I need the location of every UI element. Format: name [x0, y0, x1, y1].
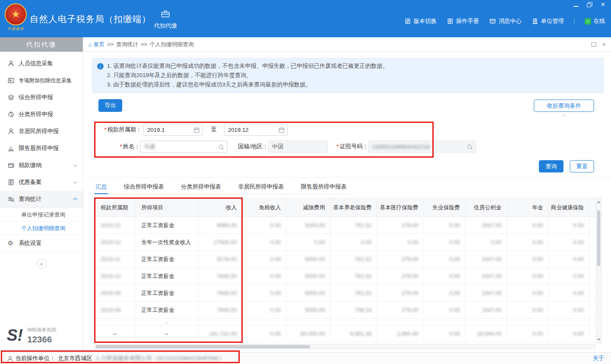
sidebar-item-label: 人员信息采集: [19, 60, 53, 67]
horizontal-scrollbar[interactable]: [94, 344, 596, 349]
sidebar-item-query-statistics[interactable]: 查询统计: [0, 191, 83, 208]
table-total-row[interactable]: ----161,741.000.0060,000.008,991.362,960…: [95, 325, 596, 342]
scroll-up-icon[interactable]: [596, 199, 601, 205]
table-cell: 2019-08: [95, 302, 135, 319]
tab-nonresident-income-return[interactable]: 非居民所得申报表: [237, 181, 285, 194]
sidebar-item-label: 限售股所得申报: [19, 144, 59, 152]
breadcrumb-home-link[interactable]: 首页: [88, 41, 104, 48]
name-input[interactable]: 马捷: [140, 141, 227, 153]
collapse-query-button[interactable]: 收折查询条件: [534, 100, 594, 112]
vertical-scrollbar[interactable]: [596, 198, 602, 343]
table-row[interactable]: 2019-11正常工资薪金9178.000.005000.00761.52279…: [95, 251, 596, 268]
table-cell: 2019-12: [95, 234, 135, 251]
table-cell: 279.00: [377, 285, 424, 302]
hotline-logo-icon: [7, 326, 23, 345]
table-cell: 1547.00: [465, 302, 507, 319]
period-from-input[interactable]: 2019.1: [143, 124, 203, 136]
nav-operation-manual[interactable]: 操作手册: [447, 17, 479, 25]
table-cell: 0.00: [589, 325, 596, 342]
name-value: 马捷: [144, 143, 155, 150]
search-icon[interactable]: [467, 144, 473, 150]
close-icon[interactable]: [600, 2, 606, 8]
panel-restore-icon[interactable]: [591, 42, 596, 47]
sidebar-item-tax-payment[interactable]: 税款缴纳: [0, 157, 83, 174]
info-icon: [97, 63, 104, 69]
table-cell: 0.00: [242, 285, 286, 302]
panel-close-icon[interactable]: [602, 41, 606, 48]
table-cell: 1547.00: [465, 285, 507, 302]
calendar-icon[interactable]: [193, 127, 200, 133]
table-cell: 0.00: [242, 234, 286, 251]
scroll-down-icon[interactable]: [596, 336, 601, 342]
period-to-input[interactable]: 2019.12: [224, 124, 288, 136]
breadcrumb-home-label: 首页: [93, 41, 104, 48]
sidebar-item-label: 非居民所得申报: [19, 128, 59, 135]
sidebar-item-system-settings[interactable]: 系统设置: [0, 235, 83, 252]
table-row[interactable]: 2019-09正常工资薪金7645.000.005000.00761.52279…: [95, 285, 596, 302]
layers-icon: [8, 94, 14, 101]
tab-summary[interactable]: 汇总: [94, 181, 108, 194]
sidebar-item-label: 分类所得申报: [19, 111, 53, 118]
column-header: 商业健康保险: [549, 198, 589, 217]
panel-controls: [591, 41, 606, 48]
table-cell: 5000.00: [286, 268, 331, 285]
table-cell: [424, 319, 465, 325]
minimize-icon[interactable]: [573, 2, 579, 8]
star-icon: [11, 9, 20, 20]
nationality-input[interactable]: 中国: [268, 141, 328, 153]
table-row[interactable]: 2019-08正常工资薪金7645.000.005000.00798.24279…: [95, 302, 596, 319]
table-partial-row[interactable]: ..: [95, 319, 596, 325]
online-status[interactable]: 在线: [585, 17, 605, 25]
sidebar-item-restricted-shares[interactable]: 限售股所得申报: [0, 140, 83, 157]
sidebar-item-personnel-info[interactable]: 人员信息采集: [0, 55, 83, 72]
id-number-input[interactable]: 130502199903042218: [368, 141, 476, 153]
chevron-down-icon: [73, 180, 78, 184]
to-label: 至: [209, 124, 219, 136]
breadcrumb: 首页 >> 查询统计 >> 个人扣缴明细查询: [83, 37, 611, 52]
table-cell: 0.00: [589, 234, 596, 251]
sidebar-item-special-deduction[interactable]: 专项附加扣除信息采集: [0, 72, 83, 89]
restore-icon[interactable]: [586, 2, 592, 8]
column-header: 减除费用: [286, 198, 331, 217]
table-cell: 0.00: [424, 251, 465, 268]
table-row[interactable]: 2019-12正常工资薪金9985.000.005000.00761.52279…: [95, 217, 596, 234]
chevron-down-icon: [73, 163, 78, 167]
breadcrumb-item-query-statistics: 查询统计: [116, 41, 138, 48]
table-cell: [465, 319, 507, 325]
table-cell: --: [95, 325, 135, 342]
table-row[interactable]: 2019-12全年一次性奖金收入27500.000.000.000.000.00…: [95, 234, 596, 251]
vertical-scroll-thumb[interactable]: [597, 210, 600, 266]
notice-line-1: 1. 该查询统计表仅能查询已申报成功的数据，不包含未申报、申报失败，已申报但已作…: [107, 61, 597, 71]
table-cell: 0.00: [377, 234, 424, 251]
sidebar-collapse-button[interactable]: [36, 258, 47, 269]
tab-classified-income-return[interactable]: 分类所得申报表: [180, 181, 223, 194]
sidebar-subitem-unit-declaration-query[interactable]: 单位申报记录查询: [0, 208, 83, 221]
search-button[interactable]: 查询: [539, 160, 563, 172]
nav-version-switch[interactable]: 版本切换: [404, 17, 437, 25]
sidebar-item-nonresident-income[interactable]: 非居民所得申报: [0, 123, 83, 140]
sidebar-subitem-personal-withholding-query[interactable]: 个人扣缴明细查询: [0, 221, 83, 235]
about-link[interactable]: 关于: [593, 355, 604, 362]
sidebar: 代扣代缴 人员信息采集 专项附加扣除信息采集 综合所得申报 分类所得申报 非居民…: [0, 37, 83, 352]
required-marker: *: [104, 126, 107, 133]
export-button[interactable]: 导出: [98, 99, 122, 112]
sidebar-item-classified-income[interactable]: 分类所得申报: [0, 106, 83, 123]
column-header: 税款所属期: [95, 198, 135, 217]
nationality-label: 国籍/地区：: [234, 141, 268, 153]
sidebar-item-comprehensive-income[interactable]: 综合所得申报: [0, 89, 83, 106]
nav-message-center[interactable]: 消息中心: [489, 17, 521, 25]
table-cell: 60,000.00: [286, 325, 331, 342]
table-row[interactable]: 2019-10正常工资薪金7645.000.005000.00761.52279…: [95, 268, 596, 285]
tab-restricted-shares-return[interactable]: 限售股所得申报表: [300, 181, 348, 194]
sidebar-item-preference-filing[interactable]: 优惠备案: [0, 174, 83, 191]
sidebar-item-label: 优惠备案: [19, 178, 42, 186]
nav-unit-management[interactable]: 单位管理: [532, 17, 564, 25]
search-icon[interactable]: [218, 144, 224, 150]
tab-comprehensive-income-return[interactable]: 综合所得申报表: [123, 181, 165, 194]
table-cell: 0.00: [549, 325, 589, 342]
calendar-icon[interactable]: [278, 127, 285, 133]
main-content: 1. 该查询统计表仅能查询已申报成功的数据，不包含未申报、申报失败，已申报但已作…: [83, 52, 611, 352]
horizontal-scroll-thumb[interactable]: [95, 345, 310, 348]
reset-button[interactable]: 重置: [570, 160, 594, 172]
module-tab-withholding[interactable]: 代扣代缴: [148, 5, 183, 33]
